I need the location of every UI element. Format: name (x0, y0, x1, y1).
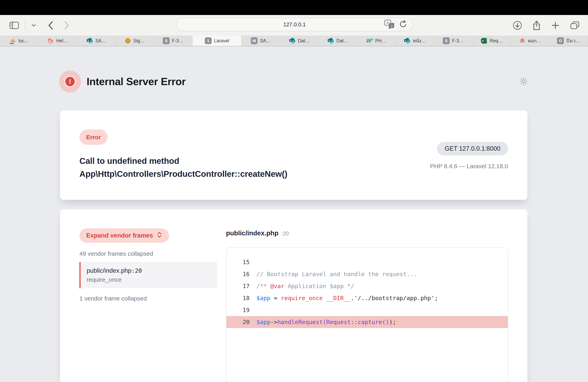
letter-S-tile-favicon: S (163, 37, 169, 44)
tab-label: SA… (260, 38, 271, 43)
toolbar-divider (25, 20, 25, 31)
tab-3[interactable]: Sig… (115, 36, 154, 46)
stack-trace-card: Expand vendor frames 49 vendor frames co… (60, 209, 527, 382)
w3schools-favicon: W3 (366, 38, 373, 44)
page-header: ! Internal Server Error (59, 71, 529, 93)
phpmyadmin-favicon: PMA (9, 37, 16, 44)
tab-13[interactable]: ดอก… (511, 36, 549, 46)
tab-label: Dat… (336, 38, 348, 43)
php-laravel-versions: PHP 8.4.6 — Laravel 12.18.0 (430, 163, 508, 170)
tab-strip: PMAloc…Hel…SSA…Sig…SF-3…1LaravelMSA…SDat… (0, 36, 588, 46)
tab-label: ดอก… (528, 37, 541, 44)
layers-favicon (519, 38, 525, 44)
tab-label: PH… (375, 38, 386, 43)
exception-message: Call to undefined method App\Http\Contro… (79, 154, 287, 180)
code-line: 18$app = require_once __DIR__.'/../boots… (226, 292, 508, 304)
tab-0[interactable]: PMAloc… (0, 36, 38, 46)
tab-10[interactable]: Sหนัง… (396, 36, 434, 46)
line-number: 15 (226, 256, 250, 268)
code-text: // Bootstrap Laravel and handle the requ… (256, 268, 417, 280)
tab-label: SA… (95, 38, 106, 43)
code-text: $app = require_once __DIR__.'/../bootstr… (256, 292, 438, 304)
laravel-favicon (47, 38, 54, 44)
tab-1[interactable]: Hel… (38, 36, 77, 46)
code-line: 19 (226, 304, 508, 316)
sidebar-chevron-down-icon[interactable] (31, 24, 36, 27)
unfold-chevrons-icon (157, 231, 162, 240)
tab-9[interactable]: W3PH… (357, 36, 395, 46)
tab-label: Laravel (214, 38, 229, 43)
url-text: 127.0.0.1 (283, 21, 306, 28)
tab-label: Sig… (133, 38, 145, 43)
letter-S-tile-favicon: S (443, 37, 450, 44)
letter-G-tile-favicon: G (557, 37, 564, 44)
svg-text:x: x (391, 24, 393, 28)
exception-card: Error Call to undefined method App\Http\… (60, 111, 527, 200)
code-lines: 1516// Bootstrap Laravel and handle the … (226, 256, 508, 328)
line-number: 16 (226, 268, 250, 280)
code-file-name: public/index.php (226, 229, 278, 237)
tab-12[interactable]: XReq… (473, 36, 511, 46)
tab-label: บึงเว… (566, 37, 580, 44)
tab-11[interactable]: SF-3… (434, 36, 472, 46)
error-alert-icon: ! (59, 71, 81, 93)
expand-vendor-frames-label: Expand vendor frames (86, 232, 153, 239)
tab-overview-icon[interactable] (570, 21, 580, 30)
sidebar-toggle-icon[interactable] (10, 22, 19, 29)
excel-favicon: X (481, 37, 487, 44)
tab-label: F-3… (452, 38, 463, 43)
sharepoint-favicon: S (404, 37, 410, 44)
sharepoint-favicon: S (86, 37, 93, 44)
new-tab-icon[interactable] (551, 21, 560, 30)
tab-label: หนัง… (413, 37, 426, 44)
stack-frame-item[interactable]: public/index.php:20 require_once (79, 262, 217, 288)
tab-7[interactable]: SDat… (280, 36, 319, 46)
stack-trace-column: Expand vendor frames 49 vendor frames co… (79, 209, 217, 302)
laravel-error-page: ! Internal Server Error Error Call to un… (0, 46, 588, 382)
tab-2[interactable]: SSA… (77, 36, 115, 46)
tab-label: Hel… (56, 38, 68, 43)
vendor-frames-collapsed-top: 49 vendor frames collapsed (79, 250, 217, 257)
forward-icon[interactable] (64, 21, 70, 30)
code-line: 17/** @var Application $app */ (226, 280, 508, 292)
svg-text:S: S (87, 39, 89, 42)
code-column: public/index.php :20 1516// Bootstrap La… (226, 209, 508, 382)
back-icon[interactable] (48, 21, 53, 30)
highlighted-code-line: 20$app->handleRequest(Request::capture()… (226, 316, 508, 328)
stack-frame-file: public/index.php:20 (87, 267, 211, 274)
code-text: $app->handleRequest(Request::capture()); (256, 316, 396, 328)
exception-message-line2: App\Http\Controllers\ProductController::… (79, 169, 287, 179)
line-number: 17 (226, 280, 250, 292)
sharepoint-favicon: S (289, 37, 295, 44)
tab-4[interactable]: SF-3… (154, 36, 192, 46)
expand-vendor-frames-button[interactable]: Expand vendor frames (79, 228, 169, 243)
translate-icon[interactable]: Ax (384, 19, 396, 30)
tab-label: Dat… (298, 38, 310, 43)
svg-text:PMA: PMA (10, 42, 14, 44)
svg-text:S: S (405, 39, 406, 42)
downloads-icon[interactable] (513, 21, 522, 30)
letter-M-tile-favicon: M (251, 37, 258, 44)
code-line: 16// Bootstrap Laravel and handle the re… (226, 268, 508, 280)
tab-6[interactable]: MSA… (242, 36, 280, 46)
tab-label: loc… (19, 38, 29, 43)
tab-label: F-3… (172, 38, 184, 43)
svg-text:S: S (328, 39, 330, 42)
share-icon[interactable] (532, 20, 541, 30)
svg-text:A: A (386, 20, 389, 25)
tab-active-laravel[interactable]: 1Laravel (192, 36, 242, 46)
browser-toolbar: 127.0.0.1 Ax (0, 15, 588, 36)
code-snippet-panel[interactable]: 1516// Bootstrap Laravel and handle the … (226, 247, 508, 382)
svg-text:S: S (290, 39, 292, 42)
theme-toggle-sun-icon[interactable] (519, 77, 528, 86)
vendor-frames-collapsed-bottom: 1 vendor frame collapsed (79, 295, 217, 302)
tab-8[interactable]: SDat… (319, 36, 357, 46)
tab-14[interactable]: Gบึงเว… (550, 36, 588, 46)
line-number: 18 (226, 292, 250, 304)
reload-icon[interactable] (399, 19, 407, 30)
code-file-header: public/index.php :20 (226, 229, 508, 237)
sharepoint-favicon: S (327, 37, 334, 44)
code-text: /** @var Application $app */ (256, 280, 354, 292)
svg-text:X: X (482, 39, 483, 42)
address-bar[interactable]: 127.0.0.1 Ax (176, 18, 413, 31)
